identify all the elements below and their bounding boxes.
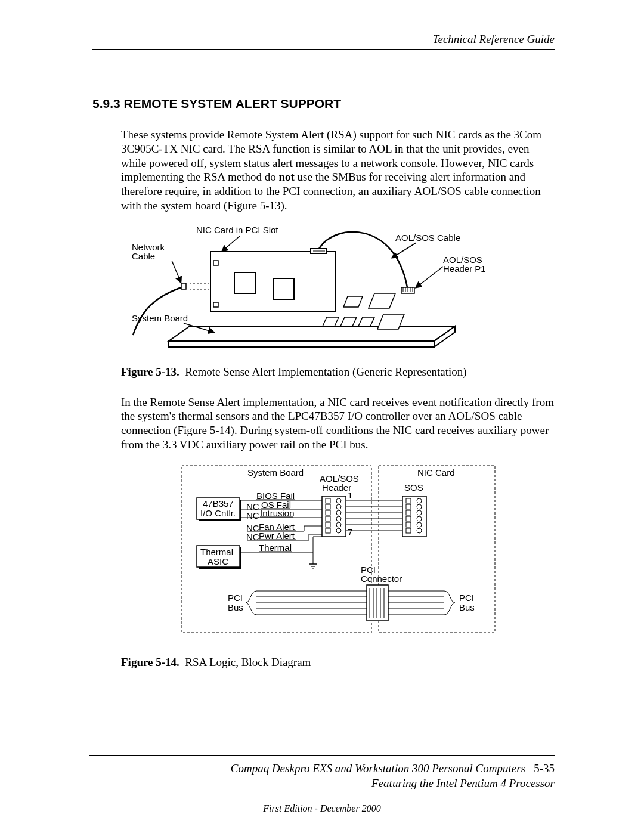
figure-5-13-caption: Figure 5-13. Remote Sense Alert Implemen… bbox=[121, 366, 555, 379]
svg-marker-1 bbox=[169, 341, 434, 347]
svg-marker-17 bbox=[358, 317, 374, 326]
svg-rect-9 bbox=[234, 272, 255, 293]
figure-5-14-caption: Figure 5-14. RSA Logic, Block Diagram bbox=[121, 656, 555, 669]
svg-marker-13 bbox=[343, 296, 363, 307]
label-pin7: 7 bbox=[348, 527, 352, 537]
p1-bold: not bbox=[278, 171, 294, 183]
fig14-text: RSA Logic, Block Diagram bbox=[185, 656, 311, 668]
label-pci-r-1: PCI bbox=[459, 593, 474, 603]
label-pin1: 1 bbox=[348, 490, 352, 500]
label-pci-r-2: Bus bbox=[459, 602, 475, 612]
figure-5-13-diagram: NIC Card in PCI Slot Network Cable Syste… bbox=[121, 225, 555, 352]
fig13-label: Figure 5-13. bbox=[121, 366, 179, 378]
label-aolheader-2: Header bbox=[322, 482, 351, 493]
svg-marker-2 bbox=[434, 326, 455, 347]
svg-rect-4 bbox=[213, 261, 218, 265]
figure-5-14-diagram: System Board NIC Card 47B357 I/O Cntlr. … bbox=[179, 463, 555, 638]
paragraph-1: These systems provide Remote System Aler… bbox=[121, 128, 555, 213]
label-io-2: I/O Cntlr. bbox=[200, 508, 236, 518]
sig-thermal: Thermal bbox=[259, 543, 292, 553]
nc4: NC bbox=[246, 532, 259, 542]
footer-line1a: Compaq Deskpro EXS and Workstation 300 P… bbox=[231, 762, 525, 775]
fig13-text: Remote Sense Alert Implementation (Gener… bbox=[185, 366, 466, 378]
svg-line-28 bbox=[392, 243, 416, 258]
svg-marker-16 bbox=[340, 317, 357, 326]
label-aol-header-2: Header P12 bbox=[443, 264, 485, 274]
page-footer: Compaq Deskpro EXS and Workstation 300 P… bbox=[89, 755, 555, 791]
edition-line: First Edition - December 2000 bbox=[0, 803, 644, 814]
svg-marker-14 bbox=[369, 293, 395, 308]
svg-rect-10 bbox=[273, 278, 294, 299]
label-network-cable-2: Cable bbox=[132, 251, 155, 261]
label-pci-l-1: PCI bbox=[228, 593, 243, 603]
label-system-board: System Board bbox=[132, 313, 188, 323]
svg-line-26 bbox=[172, 261, 181, 282]
sig-pwr: Pwr Alert bbox=[259, 531, 295, 541]
label-aol-cable: AOL/SOS Cable bbox=[395, 233, 460, 243]
nc2: NC bbox=[246, 510, 259, 521]
section-heading: 5.9.3 REMOTE SYSTEM ALERT SUPPORT bbox=[92, 97, 555, 111]
svg-rect-6 bbox=[181, 283, 186, 289]
running-header: Technical Reference Guide bbox=[92, 33, 555, 50]
section-number: 5.9.3 bbox=[92, 97, 120, 110]
svg-rect-31 bbox=[379, 466, 495, 633]
label-sos: SOS bbox=[404, 482, 423, 493]
section-title: REMOTE SYSTEM ALERT SUPPORT bbox=[124, 97, 341, 110]
svg-rect-5 bbox=[213, 302, 218, 307]
label-thermal-2: ASIC bbox=[208, 556, 228, 566]
svg-marker-15 bbox=[323, 317, 339, 326]
label-sysboard: System Board bbox=[247, 467, 304, 478]
label-pci-l-2: Bus bbox=[228, 602, 243, 612]
svg-marker-0 bbox=[169, 326, 455, 341]
label-io-1: 47B357 bbox=[203, 498, 234, 509]
label-thermal-1: Thermal bbox=[200, 547, 233, 557]
footer-line2: Featuring the Intel Pentium 4 Processor bbox=[371, 777, 555, 789]
paragraph-2: In the Remote Sense Alert implementation… bbox=[121, 395, 555, 452]
label-niccard: NIC Card bbox=[417, 467, 455, 478]
svg-line-29 bbox=[416, 267, 443, 287]
label-nic-in-slot: NIC Card in PCI Slot bbox=[196, 225, 278, 235]
svg-marker-18 bbox=[377, 314, 404, 329]
sig-intrusion: Intrusion bbox=[260, 508, 295, 518]
fig14-label: Figure 5-14. bbox=[121, 656, 179, 668]
label-pciconn-2: Connector bbox=[361, 574, 402, 584]
svg-line-25 bbox=[222, 236, 240, 251]
footer-pageno: 5-35 bbox=[534, 762, 555, 775]
